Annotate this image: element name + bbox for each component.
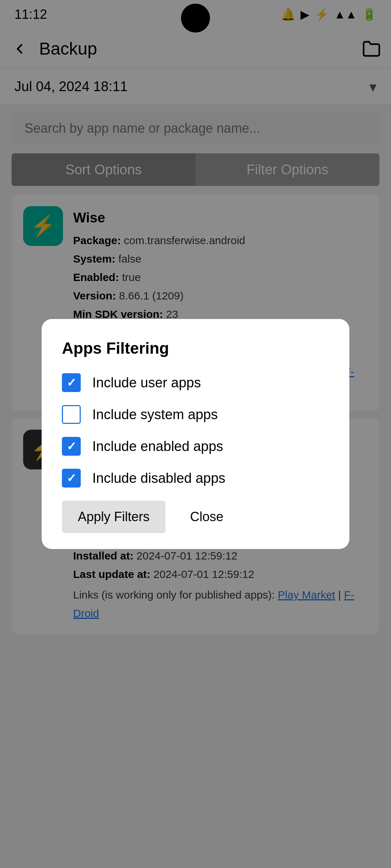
checkbox-enabled-apps[interactable] <box>62 437 81 456</box>
checkbox-item-enabled-apps[interactable]: Include enabled apps <box>62 437 329 456</box>
checkbox-item-disabled-apps[interactable]: Include disabled apps <box>62 469 329 488</box>
dialog-overlay[interactable]: Apps Filtering Include user apps Include… <box>0 0 391 868</box>
checkbox-label-disabled-apps: Include disabled apps <box>92 471 226 486</box>
dialog-buttons: Apply Filters Close <box>62 501 329 533</box>
dialog-title: Apps Filtering <box>62 339 329 357</box>
checkbox-disabled-apps[interactable] <box>62 469 81 488</box>
checkbox-label-system-apps: Include system apps <box>92 407 218 422</box>
checkbox-item-user-apps[interactable]: Include user apps <box>62 373 329 392</box>
apps-filtering-dialog: Apps Filtering Include user apps Include… <box>42 319 349 549</box>
camera-notch <box>181 4 210 33</box>
checkbox-item-system-apps[interactable]: Include system apps <box>62 405 329 424</box>
checkbox-label-user-apps: Include user apps <box>92 375 201 391</box>
checkbox-system-apps[interactable] <box>62 405 81 424</box>
close-button[interactable]: Close <box>174 501 239 533</box>
checkbox-label-enabled-apps: Include enabled apps <box>92 439 223 454</box>
checkbox-user-apps[interactable] <box>62 373 81 392</box>
apply-filters-button[interactable]: Apply Filters <box>62 501 165 533</box>
